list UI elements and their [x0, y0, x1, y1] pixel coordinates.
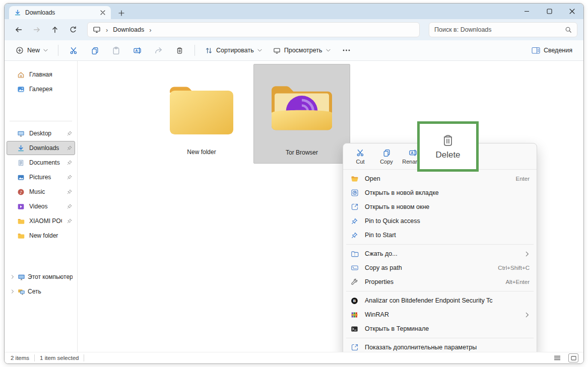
file-name: Tor Browser [286, 149, 318, 156]
file-explorer-window: Downloads [4, 3, 584, 364]
menu-item-pin-to-quick-access[interactable]: Pin to Quick access [345, 214, 535, 228]
sidebar-item-label: Сеть [28, 288, 73, 295]
menu-item-properties[interactable]: Properties Alt+Enter [345, 275, 535, 289]
menu-item-bitdefender-scan[interactable]: B Analizar con Bitdefender Endpoint Secu… [345, 293, 535, 308]
sidebar-item-network[interactable]: Сеть [7, 284, 75, 299]
sidebar-item-new-folder[interactable]: New folder [7, 229, 75, 243]
plus-circle-icon [16, 46, 24, 54]
new-tab-button[interactable] [115, 7, 128, 19]
breadcrumb-chevron-icon[interactable]: › [148, 26, 152, 34]
sidebar-item-label: Music [29, 188, 62, 195]
pin-icon [67, 189, 73, 195]
address-bar[interactable]: › Downloads › [87, 22, 420, 37]
sidebar-item-gallery[interactable]: Галерея [7, 82, 75, 96]
menu-item-label: Открыть в новом окне [365, 203, 530, 210]
menu-item-shortcut: Enter [516, 176, 530, 182]
chevron-right-icon[interactable] [10, 274, 15, 279]
menu-item-label: Сжать до... [365, 250, 520, 257]
menu-item-open-in-terminal[interactable]: Открыть в Терминале [345, 322, 535, 336]
copy-command[interactable]: Copy [373, 149, 400, 165]
thumbnail-view-icon[interactable] [568, 353, 578, 362]
copy-button[interactable] [86, 43, 104, 58]
monitor-icon [273, 47, 281, 54]
file-name: New folder [187, 149, 216, 156]
this-pc-icon[interactable] [93, 26, 101, 34]
cut-button[interactable] [64, 43, 83, 58]
sidebar-item-xiaomi-poco[interactable]: XIAOMI POCO F [7, 214, 75, 228]
menu-item-label: Pin to Start [365, 232, 530, 239]
download-icon [17, 144, 25, 152]
search-icon [565, 26, 572, 33]
menu-item-open-in-new-tab[interactable]: Открыть в новой вкладке [345, 186, 535, 200]
svg-text:B: B [353, 299, 356, 303]
minimize-button[interactable] [515, 4, 538, 19]
search-input[interactable] [434, 26, 561, 33]
search-box[interactable] [429, 22, 577, 37]
forward-button[interactable] [29, 22, 45, 37]
gallery-icon [17, 86, 25, 93]
sidebar-item-desktop[interactable]: Desktop [7, 126, 75, 140]
up-button[interactable] [47, 22, 63, 37]
tor-browser-folder-icon [262, 72, 342, 146]
sidebar-item-music[interactable]: ♪ Music [7, 185, 75, 199]
sidebar-item-home[interactable]: Главная [7, 67, 75, 82]
rename-button[interactable]: A [128, 43, 146, 58]
wrench-icon [350, 278, 359, 286]
sidebar-spacer [5, 97, 77, 116]
menu-item-label: Analizar con Bitdefender Endpoint Securi… [365, 297, 530, 304]
view-button[interactable]: Просмотреть [269, 44, 335, 57]
menu-item-open-in-new-window[interactable]: Открыть в новом окне [345, 200, 535, 214]
list-view-icon[interactable] [552, 353, 562, 362]
folder-icon [161, 72, 242, 145]
menu-item-compress-to[interactable]: Сжать до... [345, 247, 535, 261]
files-area: New folder [78, 61, 583, 352]
chevron-right-icon[interactable] [10, 289, 15, 294]
command-toolbar: New A Сортировать [5, 40, 583, 61]
menu-item-winrar[interactable]: WinRAR [345, 308, 535, 322]
title-bar-drag-area[interactable] [128, 4, 515, 19]
menu-separator [346, 338, 534, 338]
details-pane-button[interactable]: Сведения [528, 44, 576, 57]
file-tile-new-folder[interactable]: New folder [153, 64, 250, 164]
sidebar-item-videos[interactable]: Videos [7, 199, 75, 213]
file-tile-tor-browser[interactable]: Tor Browser [253, 64, 350, 164]
close-button[interactable] [561, 4, 583, 19]
chevron-down-icon [43, 49, 48, 52]
back-button[interactable] [11, 22, 27, 37]
menu-item-show-more-options[interactable]: Показать дополнительные параметры [345, 340, 535, 352]
new-button[interactable]: New [12, 43, 52, 57]
pictures-icon [17, 174, 25, 181]
sidebar-item-documents[interactable]: Documents [7, 156, 75, 170]
tab-close-icon[interactable] [99, 9, 107, 17]
svg-text:♪: ♪ [20, 189, 22, 194]
refresh-button[interactable] [65, 22, 81, 37]
status-view-toggles [552, 353, 578, 362]
sidebar-item-pictures[interactable]: Pictures [7, 170, 75, 184]
items-count: 2 items [11, 355, 34, 361]
sidebar-item-label: Главная [29, 71, 73, 78]
breadcrumb-downloads[interactable]: Downloads [113, 26, 144, 33]
show-more-options-icon [350, 343, 359, 352]
maximize-button[interactable] [538, 4, 561, 19]
cut-command[interactable]: Cut [347, 149, 373, 165]
delete-button[interactable] [170, 43, 188, 58]
submenu-chevron-icon [525, 312, 530, 318]
menu-item-copy-as-path[interactable]: Copy as path Ctrl+Shift+C [345, 261, 535, 275]
sort-button-label: Сортировать [216, 47, 254, 54]
chevron-down-icon [326, 49, 331, 52]
sort-button[interactable]: Сортировать [201, 44, 266, 57]
tab-downloads[interactable]: Downloads [9, 6, 111, 19]
terminal-icon [350, 325, 359, 333]
share-button[interactable] [149, 43, 167, 58]
document-icon [17, 159, 25, 167]
menu-item-label: Copy as path [365, 264, 493, 271]
sidebar-item-this-pc[interactable]: Этот компьютер [7, 270, 75, 284]
paste-button[interactable] [107, 43, 125, 58]
menu-item-label: WinRAR [365, 311, 520, 318]
more-options-icon[interactable] [338, 43, 356, 58]
tab-title: Downloads [25, 9, 95, 16]
title-bar: Downloads [5, 4, 583, 19]
sidebar-item-downloads[interactable]: Downloads [7, 141, 75, 155]
menu-item-open[interactable]: Open Enter [345, 172, 535, 186]
menu-item-pin-to-start[interactable]: Pin to Start [345, 228, 535, 242]
